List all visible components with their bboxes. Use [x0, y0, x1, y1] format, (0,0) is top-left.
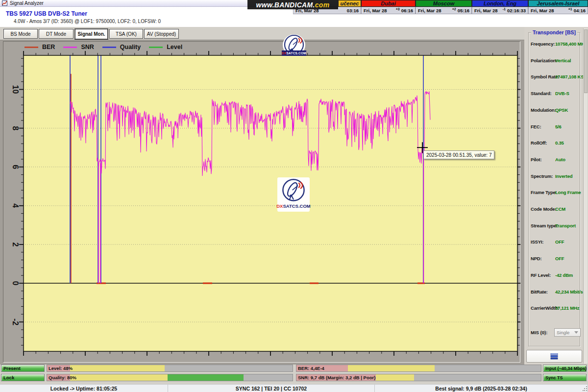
field-label: FEC:	[531, 124, 541, 129]
y-tick-label: 8	[11, 126, 20, 130]
y-tick-label: 10	[11, 85, 20, 94]
clock-time-cell: Fri, Mar 28+205:16	[416, 7, 472, 14]
clock-time: 04:16	[574, 8, 588, 13]
field-value: OFF	[555, 239, 564, 245]
chevron-down-icon	[574, 331, 578, 334]
clock-time: 06:16	[401, 8, 415, 13]
signal-monitor-chart[interactable]: 1086420-2	[3, 41, 520, 363]
field-label: ISSYI:	[531, 239, 543, 245]
clock-time: 05:16	[458, 8, 471, 13]
clock-utc-offset: -1	[503, 7, 506, 11]
tab-tsa-ok-[interactable]: TSA (OK)	[109, 29, 143, 39]
ber-zero-mark	[203, 283, 212, 284]
tab-bs-mode[interactable]: BS Mode	[3, 29, 38, 39]
bar-segment	[70, 365, 165, 371]
bar-segment	[348, 365, 435, 371]
field-label: Code Mode:	[531, 206, 556, 212]
field-value: 5/6	[555, 124, 562, 129]
field-value: 27497,108 KS/s	[555, 74, 588, 79]
transponder-row: RollOff:0.35	[531, 140, 581, 147]
field-label: Frame Type:	[531, 190, 557, 195]
clock-city-label: Moscow	[416, 0, 472, 7]
clock-date: Fri, Mar 28	[529, 8, 554, 13]
field-value: Transport	[555, 223, 576, 228]
satellite-dish-icon	[281, 178, 306, 203]
transponder-row: Modulation:QPSK	[531, 107, 581, 114]
transponder-row: FEC:5/6	[531, 124, 581, 131]
statusbar-sync-counters: SYNC 162 | TEI 20 | CC 10702	[168, 385, 375, 392]
transponder-row: Symbol Rate:27497,108 KS/s	[531, 74, 581, 81]
transponder-row: Pilot:Auto	[531, 157, 581, 164]
field-label: Standard:	[531, 91, 552, 96]
clock-city-label: Jerusalem-Israel	[528, 0, 588, 7]
mis-dropdown[interactable]: Single	[554, 328, 581, 337]
clock-utc-offset: +2	[452, 7, 456, 11]
field-value: OFF	[555, 256, 564, 261]
chart-tooltip: 2025-03-28 00.51.35, value: 7	[423, 150, 494, 159]
clock-time-cell: Fri, Mar 28+306:16	[361, 7, 416, 14]
status-bar: Locked -> Uptime: 81:05:25SYNC 162 | TEI…	[0, 384, 588, 392]
ber-zero-mark	[310, 283, 318, 284]
field-value: Auto	[555, 157, 565, 162]
field-value: CCM	[555, 206, 565, 212]
panel-scrollbar[interactable]	[583, 28, 588, 364]
field-value: QPSK	[555, 107, 568, 113]
field-label: NPD:	[531, 256, 541, 261]
clock-time-cell: Fri, Mar 28+104:16	[528, 7, 588, 14]
progress-bar: Level: 48%	[47, 365, 293, 372]
tab-dt-mode[interactable]: DT Mode	[39, 29, 74, 39]
mis-label: MIS (0):	[531, 330, 547, 335]
clock-time-cell: Fri, Mar 28-102:16:33	[472, 7, 528, 14]
clock-time: 03:16	[347, 8, 361, 13]
field-label: Stream type:	[531, 223, 558, 228]
status-box-sync-ts: Sync TS	[543, 374, 587, 381]
field-label: BitRate:	[531, 289, 548, 294]
field-label: Modulation:	[531, 107, 556, 113]
field-label: RF Level:	[531, 272, 551, 278]
indicator-footer: PresentLevel: 48%BER: 4,4E-4Input (~40,3…	[0, 365, 588, 384]
status-box-present: Present	[1, 365, 45, 372]
y-tick-label: 2	[11, 242, 20, 246]
statusbar-lock-uptime: Locked -> Uptime: 81:05:25	[0, 385, 168, 392]
bar-segment	[244, 374, 293, 381]
clock-city-label: učenec	[338, 0, 361, 7]
status-box-lock: Lock	[1, 374, 45, 381]
dxsatcs-banner: DXSATCS.COM	[282, 50, 306, 56]
transponder-row: Frame Type:Long Frame	[531, 190, 581, 196]
transponder-title: Transponder [BS]	[531, 29, 577, 35]
resize-grip[interactable]	[583, 386, 588, 392]
tab-signal-mon-[interactable]: Signal Mon.	[74, 28, 108, 40]
bar-label: BER: 4,4E-4	[298, 366, 324, 371]
bar-segment	[70, 374, 168, 381]
transponder-row: Spectrum:Inverted	[531, 173, 581, 180]
y-tick-label: 6	[11, 165, 20, 169]
transponder-row: NPD:OFF	[531, 256, 581, 263]
field-value: -42 dBm	[555, 272, 573, 278]
transponder-row: BitRate:42,234 Mbit/s	[531, 289, 581, 296]
field-value: Inverted	[555, 173, 572, 179]
field-value: Long Frame	[555, 190, 581, 195]
bar-segment	[435, 365, 541, 371]
field-value: 0.35	[555, 140, 564, 146]
tab-av-stopped-[interactable]: AV (Stopped)	[144, 29, 179, 39]
bar-label: SNR: 9,7 dB (Margin: 3,2 dB | Poor)	[298, 375, 375, 380]
field-label: Polarization:	[531, 58, 557, 63]
bar-segment	[168, 374, 243, 381]
mis-row: MIS (0): Single	[531, 328, 581, 337]
transponder-row: Frequency:10758,400 MHz	[531, 41, 581, 48]
clock-date: Fri, Mar 28	[362, 8, 387, 13]
progress-bar: Quality: 80%	[47, 374, 293, 381]
status-box-input-40-34-mbps-: Input (~40,34 Mbps)	[543, 365, 587, 372]
transponder-row: Polarization:Vertical	[531, 58, 581, 65]
bar-label: Quality: 80%	[49, 375, 76, 380]
progress-bar: BER: 4,4E-4	[296, 365, 541, 372]
scrollbar-thumb[interactable]	[584, 29, 588, 93]
clock-utc-offset: +3	[396, 7, 400, 11]
transponder-list-button[interactable]	[526, 350, 582, 363]
signal-analyzer-window: Signal Analyzer TBS 5927 USB DVB-S2 Tune…	[0, 0, 588, 392]
y-tick-label: -2	[11, 318, 20, 325]
clock-utc-offset: +1	[568, 7, 572, 11]
bandicam-watermark: www.BANDICAM.com	[247, 0, 338, 9]
field-label: Frequency:	[531, 41, 555, 47]
dxsatcs-wordmark: DXSATCS.COM	[276, 203, 311, 209]
